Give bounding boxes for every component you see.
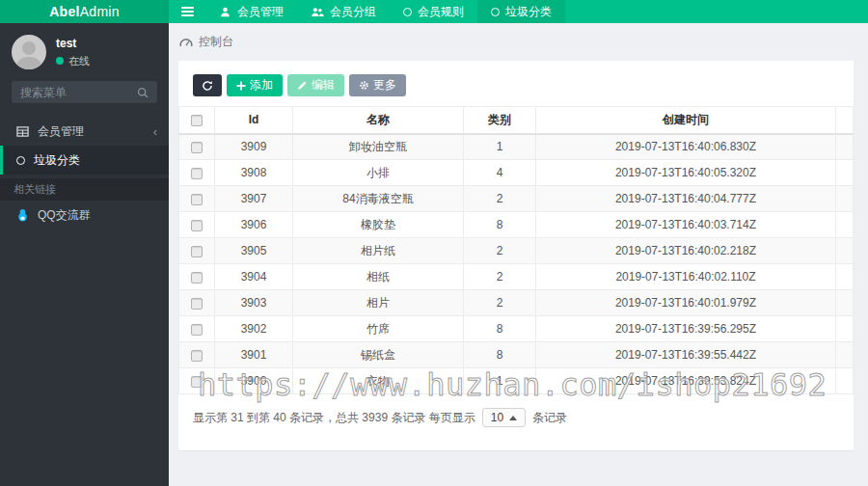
nav-item-member-groups[interactable]: 会员分组	[297, 0, 390, 23]
cell-select	[179, 160, 215, 186]
sidebar-item-garbage-classification[interactable]: 垃圾分类	[0, 146, 169, 175]
row-checkbox[interactable]	[191, 350, 203, 362]
cell-empty	[836, 316, 854, 342]
add-button[interactable]: 添加	[227, 74, 283, 96]
add-button-label: 添加	[250, 77, 273, 94]
table-row[interactable]: 3900 衣物 1 2019-07-13T16:39:53.824Z	[179, 368, 854, 394]
cell-select	[179, 316, 215, 342]
cell-empty	[836, 368, 854, 394]
caret-up-icon	[509, 416, 517, 420]
table-row[interactable]: 3901 锡纸盒 8 2019-07-13T16:39:55.442Z	[179, 342, 854, 368]
more-button-label: 更多	[373, 77, 396, 94]
edit-button-label: 编辑	[312, 77, 335, 94]
page-size-dropdown[interactable]: 10	[482, 408, 526, 427]
table-header-row: Id 名称 类别 创建时间	[179, 107, 854, 134]
cell-category: 1	[464, 134, 536, 160]
cell-name: 卸妆油空瓶	[293, 134, 464, 160]
row-checkbox[interactable]	[191, 298, 203, 310]
pagination: 显示第 31 到第 40 条记录，总共 3939 条记录 每页显示 10 条记录	[193, 408, 839, 427]
row-checkbox[interactable]	[191, 168, 203, 179]
cell-category: 4	[464, 160, 536, 186]
user-name: test	[56, 37, 90, 50]
menu-toggle-icon	[181, 7, 194, 16]
row-checkbox[interactable]	[191, 376, 203, 388]
select-all-header	[179, 107, 215, 134]
users-icon	[311, 6, 324, 18]
edit-button[interactable]: 编辑	[287, 74, 344, 96]
cell-id: 3906	[215, 212, 293, 238]
sidebar-item-qq-group[interactable]: QQ交流群	[0, 201, 169, 230]
cell-created: 2019-07-13T16:39:56.295Z	[536, 316, 836, 342]
row-checkbox[interactable]	[191, 220, 203, 231]
cell-select	[179, 186, 215, 212]
cell-select	[179, 264, 215, 290]
cell-category: 8	[464, 342, 536, 368]
cell-name: 相片纸	[293, 238, 464, 264]
table-row[interactable]: 3905 相片纸 2 2019-07-13T16:40:02.218Z	[179, 238, 854, 264]
row-checkbox[interactable]	[191, 246, 203, 257]
toolbar: 添加 编辑 更多	[193, 74, 839, 96]
cell-name: 橡胶垫	[293, 212, 464, 238]
breadcrumb-label: 控制台	[199, 34, 233, 50]
cell-empty	[836, 264, 854, 290]
sidebar-item-members[interactable]: 会员管理 ‹	[0, 117, 169, 146]
sidebar-search	[12, 81, 157, 103]
sidebar-toggle-button[interactable]	[169, 0, 205, 23]
cell-name: 锡纸盒	[293, 342, 464, 368]
records-table: Id 名称 类别 创建时间 3909 卸妆油空瓶 1 2019-07-13T16…	[178, 106, 854, 394]
table-row[interactable]: 3908 小排 4 2019-07-13T16:40:05.320Z	[179, 160, 854, 186]
search-icon[interactable]	[137, 87, 149, 98]
cell-select	[179, 290, 215, 316]
table-row[interactable]: 3906 橡胶垫 8 2019-07-13T16:40:03.714Z	[179, 212, 854, 238]
cell-empty	[836, 290, 854, 316]
refresh-icon	[202, 80, 213, 92]
plus-icon	[236, 81, 246, 91]
select-all-checkbox[interactable]	[191, 115, 203, 126]
cell-id: 3904	[215, 264, 293, 290]
row-checkbox[interactable]	[191, 194, 203, 205]
row-checkbox[interactable]	[191, 324, 203, 336]
cell-empty	[836, 212, 854, 238]
dashboard-icon	[179, 37, 193, 47]
table-row[interactable]: 3904 相纸 2 2019-07-13T16:40:02.110Z	[179, 264, 854, 290]
table-row[interactable]: 3909 卸妆油空瓶 1 2019-07-13T16:40:06.830Z	[179, 134, 854, 160]
sidebar: test 在线 会员管理 ‹ 垃圾分类 相关链接 QQ交流群	[0, 23, 169, 486]
more-button[interactable]: 更多	[349, 74, 406, 96]
table-icon	[16, 125, 29, 138]
column-header-created: 创建时间	[536, 107, 836, 134]
cell-empty	[836, 342, 854, 368]
cell-empty	[836, 186, 854, 212]
nav-item-members[interactable]: 会员管理	[205, 0, 297, 23]
circle-icon	[491, 8, 500, 16]
cell-created: 2019-07-13T16:40:01.979Z	[536, 290, 836, 316]
table-row[interactable]: 3903 相片 2 2019-07-13T16:40:01.979Z	[179, 290, 854, 316]
refresh-button[interactable]	[193, 74, 222, 96]
nav-item-label: 垃圾分类	[505, 4, 552, 20]
cell-name: 84消毒液空瓶	[293, 186, 464, 212]
page-size-value: 10	[491, 411, 503, 424]
row-checkbox[interactable]	[191, 272, 203, 284]
avatar[interactable]	[12, 35, 46, 69]
column-header-id: Id	[215, 107, 293, 134]
nav-item-garbage-classification[interactable]: 垃圾分类	[477, 0, 565, 23]
cell-empty	[836, 160, 854, 186]
nav-item-member-rules[interactable]: 会员规则	[390, 0, 477, 23]
cell-id: 3908	[215, 160, 293, 186]
row-checkbox[interactable]	[191, 142, 203, 153]
table-row[interactable]: 3902 竹席 8 2019-07-13T16:39:56.295Z	[179, 316, 854, 342]
app-logo: AbelAdmin	[0, 0, 169, 23]
table-row[interactable]: 3907 84消毒液空瓶 2 2019-07-13T16:40:04.777Z	[179, 186, 854, 212]
search-input[interactable]	[20, 86, 137, 99]
cell-category: 2	[464, 238, 536, 264]
sidebar-item-label: 垃圾分类	[34, 152, 80, 169]
cell-select	[179, 342, 215, 368]
cell-category: 8	[464, 212, 536, 238]
pagination-summary-suffix: 条记录	[532, 410, 567, 426]
online-status-dot	[56, 57, 64, 65]
pagination-summary: 显示第 31 到第 40 条记录，总共 3939 条记录 每页显示	[193, 410, 475, 426]
sidebar-item-label: 会员管理	[38, 123, 84, 140]
nav-item-label: 会员规则	[418, 4, 464, 20]
main-content: 控制台 添加 编辑 更多 Id	[169, 23, 868, 486]
app-logo-rest: Admin	[80, 4, 120, 19]
cell-select	[179, 238, 215, 264]
